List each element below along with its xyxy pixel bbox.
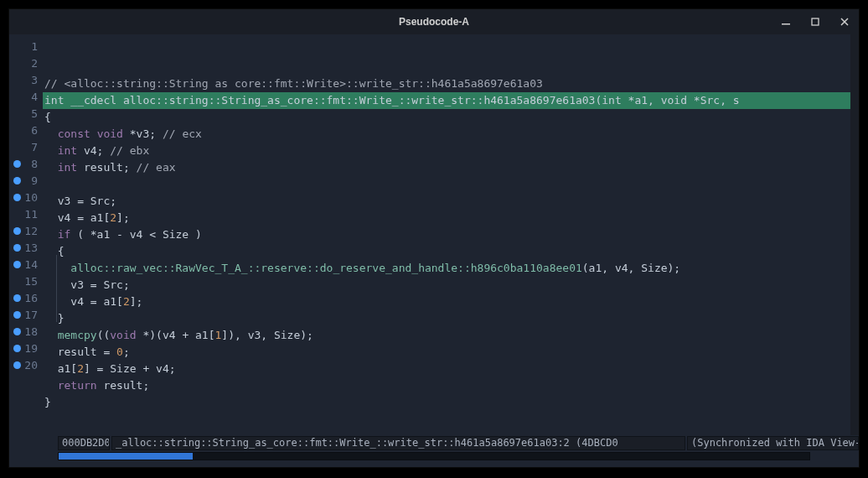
gutter-row[interactable]: 7 <box>9 138 43 155</box>
titlebar-controls <box>771 9 859 34</box>
token-var: ; <box>123 346 130 358</box>
code-line[interactable]: } <box>43 310 850 327</box>
breakpoint-icon[interactable] <box>13 311 21 319</box>
token-hl-text: int __cdecl alloc::string::String_as_cor… <box>44 94 740 107</box>
gutter-row[interactable]: 3 <box>9 71 43 88</box>
token-comment: // ebx <box>110 144 149 157</box>
breakpoint-icon[interactable] <box>13 328 21 335</box>
status-address: 000DB2D0 <box>58 436 110 450</box>
breakpoint-icon[interactable] <box>13 294 21 302</box>
code-line[interactable]: a1[2] = Size + v4; <box>43 361 850 377</box>
gutter-row[interactable]: 20 <box>9 356 43 373</box>
code-line[interactable] <box>43 176 850 193</box>
close-button[interactable] <box>829 9 859 34</box>
token-var: result; <box>77 161 136 174</box>
gutter-row[interactable]: 15 <box>9 273 43 289</box>
token-kw: if <box>58 228 71 241</box>
line-number: 11 <box>24 208 38 221</box>
code-line[interactable]: if ( *a1 - v4 < Size ) <box>43 226 850 243</box>
line-number: 19 <box>24 342 38 355</box>
breakpoint-icon[interactable] <box>13 160 21 168</box>
vertical-scrollbar[interactable] <box>850 34 859 435</box>
gutter-row[interactable]: 1 <box>9 38 43 55</box>
breakpoint-icon[interactable] <box>13 261 21 268</box>
indent-guide <box>56 255 57 322</box>
breakpoint-icon[interactable] <box>13 194 21 201</box>
token-var <box>44 144 58 157</box>
line-number: 14 <box>24 258 38 271</box>
breakpoint-icon[interactable] <box>13 361 21 369</box>
progress-fill <box>59 453 193 460</box>
token-var: result = <box>44 346 116 358</box>
code-line[interactable]: result = 0; <box>43 344 850 361</box>
breakpoint-icon[interactable] <box>13 177 21 184</box>
token-num: 2 <box>77 362 84 375</box>
line-number: 2 <box>31 57 38 70</box>
gutter-row[interactable]: 11 <box>9 205 43 222</box>
gutter-row[interactable]: 13 <box>9 239 43 256</box>
gutter-row[interactable]: 16 <box>9 289 43 306</box>
token-var <box>44 329 58 341</box>
code-area[interactable]: // <alloc::string::String as core::fmt::… <box>43 34 850 435</box>
gutter-row[interactable]: 9 <box>9 172 43 189</box>
token-var <box>44 127 58 140</box>
code-line[interactable]: v4 = a1[2]; <box>43 210 850 226</box>
gutter-row[interactable]: 10 <box>9 189 43 205</box>
token-kw: const <box>58 127 90 140</box>
code-line[interactable]: { <box>43 243 850 260</box>
token-var <box>44 228 58 241</box>
gutter-row[interactable]: 5 <box>9 105 43 122</box>
close-icon <box>840 18 849 26</box>
code-line[interactable]: const void *v3; // ecx <box>43 126 850 143</box>
token-var: a1[ <box>44 362 77 375</box>
gutter-row[interactable]: 8 <box>9 155 43 172</box>
token-var: (( <box>97 329 111 341</box>
token-kw: void <box>97 127 123 140</box>
progress-track[interactable] <box>58 452 810 460</box>
code-line[interactable]: int result; // eax <box>43 159 850 176</box>
gutter-row[interactable]: 6 <box>9 122 43 138</box>
code-line[interactable]: // <alloc::string::String as core::fmt::… <box>43 75 850 92</box>
gutter-row[interactable]: 12 <box>9 222 43 239</box>
token-func: alloc::raw_vec::RawVec_T_A_::reserve::do… <box>70 262 581 274</box>
gutter-row[interactable]: 2 <box>9 55 43 71</box>
breakpoint-icon[interactable] <box>13 227 21 235</box>
code-line[interactable]: v3 = Src; <box>43 193 850 210</box>
token-var: *)(v4 + a1[ <box>137 329 215 341</box>
gutter-row[interactable]: 14 <box>9 256 43 273</box>
line-number: 13 <box>24 242 38 254</box>
gutter-row[interactable]: 17 <box>9 306 43 323</box>
gutter-row[interactable]: 18 <box>9 323 43 340</box>
token-num: 2 <box>110 211 116 224</box>
line-number: 15 <box>24 275 38 288</box>
token-var: } <box>44 396 51 408</box>
token-var: v4 = a1[ <box>44 211 110 224</box>
line-number: 9 <box>31 174 38 187</box>
code-line[interactable]: v4 = a1[2]; <box>43 294 850 310</box>
token-var: { <box>44 245 64 257</box>
code-line[interactable]: { <box>43 109 850 126</box>
code-line[interactable]: } <box>43 394 850 411</box>
line-number: 12 <box>24 225 38 237</box>
breakpoint-icon[interactable] <box>13 244 21 252</box>
gutter-row[interactable]: 19 <box>9 340 43 356</box>
code-line[interactable]: return result; <box>43 377 850 394</box>
breakpoint-icon[interactable] <box>13 345 21 352</box>
maximize-button[interactable] <box>800 9 829 34</box>
code-line[interactable]: int v4; // ebx <box>43 143 850 159</box>
token-var: } <box>44 312 64 325</box>
gutter-row[interactable]: 4 <box>9 88 43 105</box>
status-row: 000DB2D0 _alloc::string::String_as_core:… <box>9 435 859 450</box>
code-line[interactable]: v3 = Src; <box>43 277 850 294</box>
window: Pseudocode-A 123456789101112131415161718… <box>8 8 860 468</box>
code-line[interactable]: int __cdecl alloc::string::String_as_cor… <box>43 92 850 109</box>
token-var <box>44 379 58 392</box>
gutter[interactable]: 1234567891011121314151617181920 <box>9 34 43 435</box>
token-var: ] = Size + v4; <box>84 362 176 375</box>
code-line[interactable]: memcpy((void *)(v4 + a1[1]), v3, Size); <box>43 327 850 344</box>
code-line[interactable]: alloc::raw_vec::RawVec_T_A_::reserve::do… <box>43 260 850 277</box>
token-comment: // ecx <box>163 127 202 140</box>
minimize-button[interactable] <box>771 9 800 34</box>
token-comment: // eax <box>137 161 176 174</box>
token-kw: return <box>58 379 97 392</box>
